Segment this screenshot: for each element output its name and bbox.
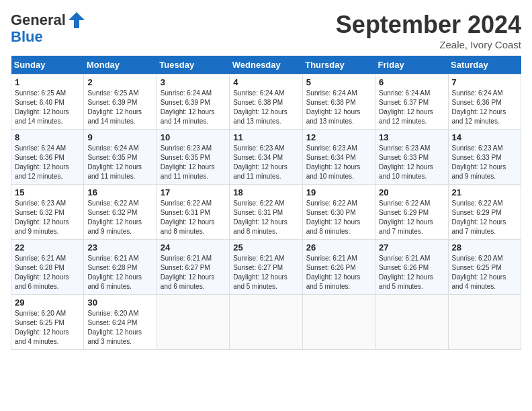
week-row-2: 8Sunrise: 6:24 AMSunset: 6:36 PMDaylight… [11, 130, 521, 185]
day-info: Sunrise: 6:20 AMSunset: 6:25 PMDaylight:… [452, 254, 517, 291]
calendar-cell: 28Sunrise: 6:20 AMSunset: 6:25 PMDayligh… [448, 240, 521, 295]
calendar-cell [302, 295, 375, 350]
calendar-cell: 20Sunrise: 6:22 AMSunset: 6:29 PMDayligh… [375, 185, 448, 240]
calendar-cell: 12Sunrise: 6:23 AMSunset: 6:34 PMDayligh… [302, 130, 375, 185]
day-number: 15 [15, 187, 80, 197]
calendar-cell: 7Sunrise: 6:24 AMSunset: 6:36 PMDaylight… [448, 75, 521, 130]
location-title: Zeale, Ivory Coast [336, 39, 521, 50]
calendar-header-row: Sunday Monday Tuesday Wednesday Thursday… [11, 56, 521, 75]
calendar-cell: 24Sunrise: 6:21 AMSunset: 6:27 PMDayligh… [157, 240, 229, 295]
day-info: Sunrise: 6:22 AMSunset: 6:31 PMDaylight:… [233, 199, 298, 236]
week-row-1: 1Sunrise: 6:25 AMSunset: 6:40 PMDaylight… [11, 75, 521, 130]
logo-general: General [11, 13, 66, 28]
calendar-cell: 3Sunrise: 6:24 AMSunset: 6:39 PMDaylight… [157, 75, 229, 130]
day-number: 26 [306, 242, 371, 253]
calendar-cell: 10Sunrise: 6:23 AMSunset: 6:35 PMDayligh… [157, 130, 229, 185]
calendar-cell: 15Sunrise: 6:23 AMSunset: 6:32 PMDayligh… [11, 185, 84, 240]
calendar-cell: 21Sunrise: 6:22 AMSunset: 6:29 PMDayligh… [448, 185, 521, 240]
logo-blue: Blue [11, 28, 43, 45]
day-number: 13 [379, 132, 444, 142]
day-info: Sunrise: 6:21 AMSunset: 6:26 PMDaylight:… [306, 254, 371, 291]
day-info: Sunrise: 6:24 AMSunset: 6:36 PMDaylight:… [452, 89, 517, 126]
logo: General Blue [11, 11, 86, 44]
day-info: Sunrise: 6:22 AMSunset: 6:29 PMDaylight:… [379, 199, 444, 236]
day-info: Sunrise: 6:21 AMSunset: 6:27 PMDaylight:… [233, 254, 298, 291]
day-number: 6 [379, 77, 444, 87]
calendar-cell: 14Sunrise: 6:23 AMSunset: 6:33 PMDayligh… [448, 130, 521, 185]
day-number: 3 [161, 77, 226, 87]
calendar-table: Sunday Monday Tuesday Wednesday Thursday… [11, 56, 521, 350]
day-info: Sunrise: 6:24 AMSunset: 6:36 PMDaylight:… [15, 144, 80, 181]
calendar-cell [448, 295, 521, 350]
day-info: Sunrise: 6:21 AMSunset: 6:28 PMDaylight:… [15, 254, 80, 291]
day-number: 8 [15, 132, 80, 142]
day-info: Sunrise: 6:24 AMSunset: 6:38 PMDaylight:… [306, 89, 371, 126]
calendar-cell [375, 295, 448, 350]
day-number: 4 [233, 77, 298, 87]
calendar-cell: 9Sunrise: 6:24 AMSunset: 6:35 PMDaylight… [84, 130, 157, 185]
day-number: 28 [452, 242, 517, 253]
day-number: 12 [306, 132, 371, 142]
day-number: 17 [161, 187, 226, 197]
svg-marker-0 [69, 12, 85, 28]
day-number: 21 [452, 187, 517, 197]
day-info: Sunrise: 6:22 AMSunset: 6:32 PMDaylight:… [87, 199, 152, 236]
day-number: 25 [233, 242, 298, 253]
calendar-cell: 19Sunrise: 6:22 AMSunset: 6:30 PMDayligh… [302, 185, 375, 240]
calendar-cell: 8Sunrise: 6:24 AMSunset: 6:36 PMDaylight… [11, 130, 84, 185]
day-number: 1 [15, 77, 80, 87]
day-number: 23 [87, 242, 152, 253]
day-number: 5 [306, 77, 371, 87]
day-info: Sunrise: 6:20 AMSunset: 6:24 PMDaylight:… [87, 309, 152, 347]
calendar-cell: 22Sunrise: 6:21 AMSunset: 6:28 PMDayligh… [11, 240, 84, 295]
header-tuesday: Tuesday [157, 56, 229, 75]
header-saturday: Saturday [448, 56, 521, 75]
day-info: Sunrise: 6:23 AMSunset: 6:34 PMDaylight:… [233, 144, 298, 181]
month-title: September 2024 [336, 11, 521, 39]
calendar-cell: 26Sunrise: 6:21 AMSunset: 6:26 PMDayligh… [302, 240, 375, 295]
day-info: Sunrise: 6:23 AMSunset: 6:33 PMDaylight:… [452, 144, 517, 181]
calendar-cell: 5Sunrise: 6:24 AMSunset: 6:38 PMDaylight… [302, 75, 375, 130]
header-thursday: Thursday [302, 56, 375, 75]
day-number: 9 [87, 132, 152, 142]
calendar-cell: 16Sunrise: 6:22 AMSunset: 6:32 PMDayligh… [84, 185, 157, 240]
day-info: Sunrise: 6:24 AMSunset: 6:39 PMDaylight:… [161, 89, 226, 126]
day-info: Sunrise: 6:23 AMSunset: 6:35 PMDaylight:… [161, 144, 226, 181]
calendar-cell: 25Sunrise: 6:21 AMSunset: 6:27 PMDayligh… [230, 240, 302, 295]
day-number: 16 [87, 187, 152, 197]
day-info: Sunrise: 6:22 AMSunset: 6:31 PMDaylight:… [161, 199, 226, 236]
day-number: 2 [87, 77, 152, 87]
day-number: 22 [15, 242, 80, 253]
calendar-cell: 29Sunrise: 6:20 AMSunset: 6:25 PMDayligh… [11, 295, 84, 350]
header-wednesday: Wednesday [230, 56, 302, 75]
week-row-5: 29Sunrise: 6:20 AMSunset: 6:25 PMDayligh… [11, 295, 521, 350]
calendar-cell: 30Sunrise: 6:20 AMSunset: 6:24 PMDayligh… [84, 295, 157, 350]
calendar-cell: 13Sunrise: 6:23 AMSunset: 6:33 PMDayligh… [375, 130, 448, 185]
calendar-cell: 6Sunrise: 6:24 AMSunset: 6:37 PMDaylight… [375, 75, 448, 130]
calendar-cell [230, 295, 302, 350]
calendar-cell: 27Sunrise: 6:21 AMSunset: 6:26 PMDayligh… [375, 240, 448, 295]
title-area: September 2024 Zeale, Ivory Coast [336, 11, 521, 50]
day-number: 11 [233, 132, 298, 142]
calendar-cell: 2Sunrise: 6:25 AMSunset: 6:39 PMDaylight… [84, 75, 157, 130]
day-info: Sunrise: 6:23 AMSunset: 6:32 PMDaylight:… [15, 199, 80, 236]
day-info: Sunrise: 6:21 AMSunset: 6:27 PMDaylight:… [161, 254, 226, 291]
day-info: Sunrise: 6:22 AMSunset: 6:29 PMDaylight:… [452, 199, 517, 236]
day-info: Sunrise: 6:21 AMSunset: 6:28 PMDaylight:… [87, 254, 152, 291]
week-row-3: 15Sunrise: 6:23 AMSunset: 6:32 PMDayligh… [11, 185, 521, 240]
day-info: Sunrise: 6:25 AMSunset: 6:40 PMDaylight:… [15, 89, 80, 126]
day-number: 19 [306, 187, 371, 197]
header-friday: Friday [375, 56, 448, 75]
day-number: 30 [87, 298, 152, 308]
calendar-cell: 11Sunrise: 6:23 AMSunset: 6:34 PMDayligh… [230, 130, 302, 185]
calendar-cell: 1Sunrise: 6:25 AMSunset: 6:40 PMDaylight… [11, 75, 84, 130]
logo-icon [67, 11, 86, 30]
day-info: Sunrise: 6:22 AMSunset: 6:30 PMDaylight:… [306, 199, 371, 236]
calendar-cell: 23Sunrise: 6:21 AMSunset: 6:28 PMDayligh… [84, 240, 157, 295]
day-number: 29 [15, 298, 80, 308]
header-sunday: Sunday [11, 56, 84, 75]
day-info: Sunrise: 6:24 AMSunset: 6:38 PMDaylight:… [233, 89, 298, 126]
calendar-cell: 18Sunrise: 6:22 AMSunset: 6:31 PMDayligh… [230, 185, 302, 240]
day-info: Sunrise: 6:20 AMSunset: 6:25 PMDaylight:… [15, 309, 80, 347]
day-number: 18 [233, 187, 298, 197]
